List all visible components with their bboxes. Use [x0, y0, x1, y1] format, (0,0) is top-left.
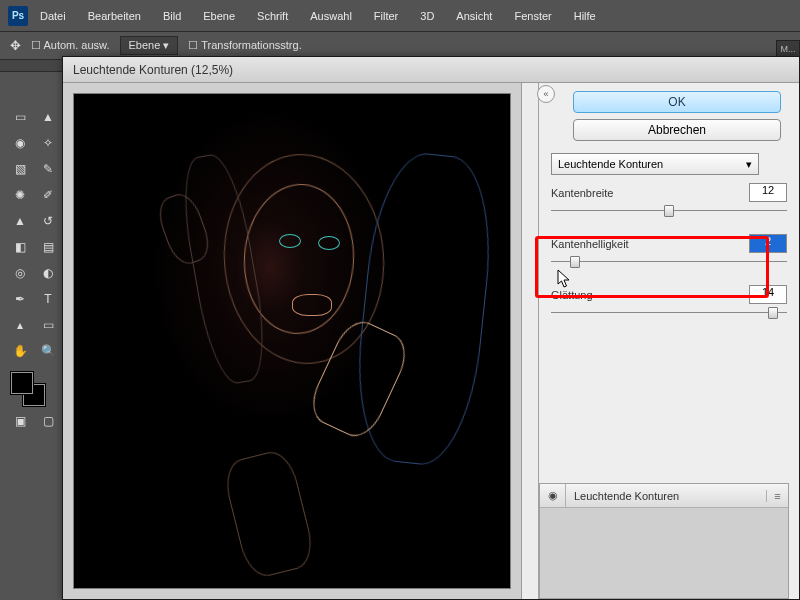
param-kantenbreite-slider[interactable]	[551, 204, 787, 218]
chevron-down-icon: ▾	[746, 158, 752, 171]
menu-auswahl[interactable]: Auswahl	[300, 6, 362, 26]
eraser-tool[interactable]: ◧	[8, 236, 32, 258]
menubar: Ps Datei Bearbeiten Bild Ebene Schrift A…	[0, 0, 800, 32]
healing-tool[interactable]: ✺	[8, 184, 32, 206]
preview-vscroll[interactable]	[521, 83, 538, 599]
quick-select-tool[interactable]: ✧	[36, 132, 60, 154]
param-kantenbreite-label: Kantenbreite	[551, 187, 613, 199]
fg-color-swatch[interactable]	[11, 372, 33, 394]
lasso-tool[interactable]: ◉	[8, 132, 32, 154]
menu-bearbeiten[interactable]: Bearbeiten	[78, 6, 151, 26]
ok-button[interactable]: OK	[573, 91, 781, 113]
screenmode-toggle[interactable]: ▢	[36, 410, 60, 432]
zoom-tool[interactable]: 🔍	[36, 340, 60, 362]
filter-name-label: Leuchtende Konturen	[558, 158, 663, 170]
app-logo: Ps	[8, 6, 28, 26]
param-glaettung-value[interactable]: 14	[749, 285, 787, 304]
quickmask-toggle[interactable]: ▣	[8, 410, 32, 432]
menu-3d[interactable]: 3D	[410, 6, 444, 26]
move-tool[interactable]: ▲	[36, 106, 60, 128]
menu-fenster[interactable]: Fenster	[504, 6, 561, 26]
filter-name-select[interactable]: Leuchtende Konturen ▾	[551, 153, 759, 175]
menu-datei[interactable]: Datei	[30, 6, 76, 26]
shape-tool[interactable]: ▭	[36, 314, 60, 336]
stamp-tool[interactable]: ▲	[8, 210, 32, 232]
tools-panel: ▭ ▲ ◉ ✧ ▧ ✎ ✺ ✐ ▲ ↺ ◧ ▤ ◎ ◐ ✒ T ▴ ▭ ✋ 🔍 …	[4, 102, 60, 436]
param-glaettung-slider[interactable]	[551, 306, 787, 320]
menu-bild[interactable]: Bild	[153, 6, 191, 26]
menu-filter[interactable]: Filter	[364, 6, 408, 26]
dodge-tool[interactable]: ◐	[36, 262, 60, 284]
filter-preview[interactable]	[73, 93, 511, 589]
menu-schrift[interactable]: Schrift	[247, 6, 298, 26]
path-select-tool[interactable]: ▴	[8, 314, 32, 336]
param-kantenhelligkeit: Kantenhelligkeit 2	[551, 234, 787, 253]
pen-tool[interactable]: ✒	[8, 288, 32, 310]
effect-layer-name[interactable]: Leuchtende Konturen	[566, 490, 687, 502]
panel-menu-icon[interactable]: ≡	[766, 490, 788, 502]
gradient-tool[interactable]: ▤	[36, 236, 60, 258]
cancel-button[interactable]: Abbrechen	[573, 119, 781, 141]
param-glaettung: Glättung 14	[551, 285, 787, 304]
param-kantenbreite: Kantenbreite 12	[551, 183, 787, 202]
crop-tool[interactable]: ▧	[8, 158, 32, 180]
visibility-eye-icon[interactable]: ◉	[540, 484, 566, 508]
eyedropper-tool[interactable]: ✎	[36, 158, 60, 180]
marquee-tool[interactable]: ▭	[8, 106, 32, 128]
brush-tool[interactable]: ✐	[36, 184, 60, 206]
blur-tool[interactable]: ◎	[8, 262, 32, 284]
type-tool[interactable]: T	[36, 288, 60, 310]
collapse-controls-icon[interactable]: «	[537, 85, 555, 103]
transform-controls-checkbox[interactable]: ☐ Transformationsstrg.	[188, 39, 301, 52]
param-kantenhelligkeit-label: Kantenhelligkeit	[551, 238, 629, 250]
param-kantenbreite-value[interactable]: 12	[749, 183, 787, 202]
filter-dialog-window: Leuchtende Konturen (12,5%)	[62, 56, 800, 600]
move-tool-icon: ✥	[10, 38, 21, 53]
param-kantenhelligkeit-value[interactable]: 2	[749, 234, 787, 253]
window-title: Leuchtende Konturen (12,5%)	[63, 57, 799, 83]
effect-layers-panel: ◉ Leuchtende Konturen ≡	[539, 483, 789, 599]
param-kantenhelligkeit-slider[interactable]	[551, 255, 787, 269]
effect-layers-body	[540, 508, 788, 598]
param-glaettung-label: Glättung	[551, 289, 593, 301]
filter-controls-pane: « OK Abbrechen Leuchtende Konturen ▾ Kan…	[538, 83, 799, 599]
menu-ansicht[interactable]: Ansicht	[446, 6, 502, 26]
menu-ebene[interactable]: Ebene	[193, 6, 245, 26]
hand-tool[interactable]: ✋	[8, 340, 32, 362]
menu-hilfe[interactable]: Hilfe	[564, 6, 606, 26]
layer-mode-select[interactable]: Ebene ▾	[120, 36, 179, 55]
auto-select-checkbox[interactable]: ☐ Autom. ausw.	[31, 39, 110, 52]
history-brush-tool[interactable]: ↺	[36, 210, 60, 232]
color-swatches[interactable]	[8, 372, 60, 406]
